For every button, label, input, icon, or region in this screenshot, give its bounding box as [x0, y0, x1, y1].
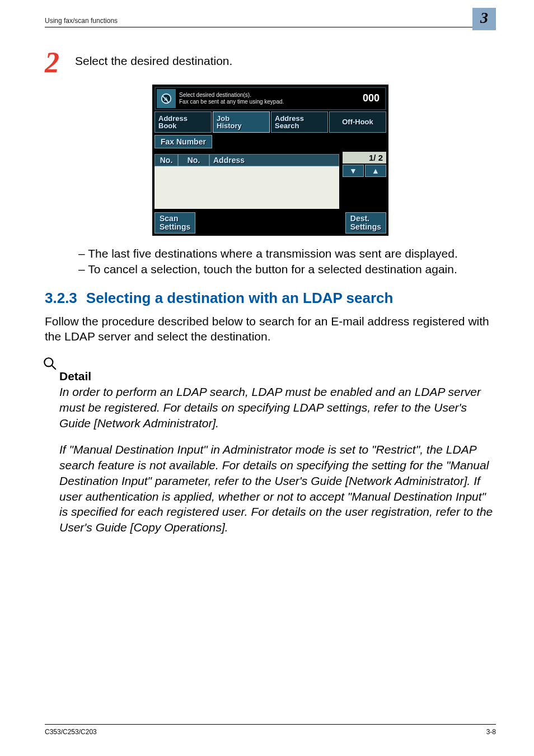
status-icon: A — [157, 89, 176, 108]
screen-counter: 000 — [357, 92, 385, 104]
chapter-badge: 3 — [472, 8, 496, 30]
page-indicator: 1/ 2 — [343, 152, 386, 164]
tab-job-history[interactable]: Job History — [213, 111, 270, 133]
section-intro: Follow the procedure described below to … — [45, 314, 496, 344]
detail-label: Detail — [59, 370, 496, 383]
detail-p1: In order to perform an LDAP search, LDAP… — [59, 384, 496, 431]
col-address: Address — [209, 154, 339, 166]
svg-text:A: A — [164, 96, 168, 101]
screen-msg2: Fax can be sent at any time using keypad… — [179, 99, 355, 105]
tab-address-book[interactable]: Address Book — [154, 111, 212, 133]
note-2: – To cancel a selection, touch the butto… — [78, 263, 496, 276]
screen-msg1: Select desired destination(s). — [179, 92, 355, 99]
tab-address-search[interactable]: Address Search — [271, 111, 328, 133]
col-no1: No. — [154, 154, 178, 166]
footer-left: C353/C253/C203 — [45, 728, 97, 736]
note-1: – The last five destinations where a tra… — [78, 247, 496, 260]
footer-right: 3-8 — [486, 728, 496, 736]
page-up-button[interactable]: ▲ — [365, 165, 386, 177]
dest-settings-button[interactable]: Dest. Settings — [345, 212, 386, 234]
step-text: Select the desired destination. — [75, 51, 232, 68]
scan-settings-button[interactable]: Scan Settings — [154, 212, 195, 234]
magnifier-icon — [43, 356, 57, 371]
svg-point-2 — [44, 358, 53, 366]
col-no2: No. — [178, 154, 209, 166]
step-number: 2 — [45, 51, 75, 74]
off-hook-button[interactable]: Off-Hook — [329, 111, 386, 133]
header-section: Using fax/scan functions — [45, 17, 118, 25]
page-down-button[interactable]: ▼ — [343, 165, 364, 177]
result-area — [154, 166, 339, 209]
detail-p2: If "Manual Destination Input" in Adminis… — [59, 442, 496, 535]
subtab-fax-number[interactable]: Fax Number — [154, 135, 212, 148]
device-screen: A Select desired destination(s). Fax can… — [152, 85, 388, 236]
svg-line-3 — [51, 365, 56, 370]
section-heading: 3.2.3Selecting a destination with an LDA… — [45, 290, 496, 307]
